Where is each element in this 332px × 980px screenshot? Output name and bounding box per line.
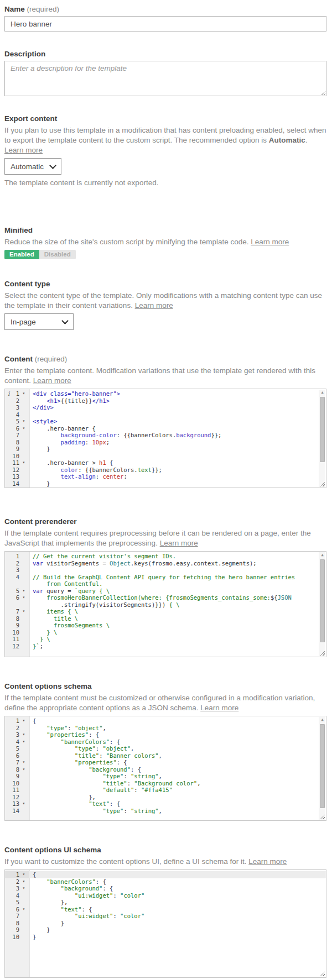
gutter-cell — [5, 601, 29, 609]
code-lines: 1▾{2▾ "bannerColors": {3▾ "background": … — [5, 871, 326, 940]
scrollbar-thumb[interactable] — [320, 397, 325, 462]
code-line: 5 }, — [5, 899, 326, 906]
code-text: } — [29, 934, 36, 941]
resize-grip[interactable] — [320, 971, 325, 976]
line-number: 11 — [5, 636, 19, 643]
fold-arrow-icon[interactable]: ▾ — [19, 390, 28, 397]
content-options-ui-schema-description: If you want to customize the content opt… — [4, 857, 326, 867]
code-line: 6▾ "text": { — [5, 906, 326, 913]
fold-arrow-icon[interactable]: ▾ — [19, 885, 28, 892]
line-number: 5 — [5, 899, 19, 906]
scrollbar-up-arrow-icon[interactable]: ▲ — [319, 552, 325, 558]
disabled-button[interactable]: Disabled — [39, 250, 76, 259]
code-text: </div> — [29, 404, 54, 411]
code-line: 2 "type": "object", — [5, 725, 326, 732]
gutter-cell: 7▾ — [5, 759, 29, 766]
scrollbar-up-arrow-icon[interactable]: ▲ — [319, 717, 325, 723]
gutter-cell: 7▾ — [5, 608, 29, 615]
fold-arrow-icon[interactable]: ▾ — [19, 731, 28, 738]
fold-arrow-icon[interactable]: ▾ — [19, 459, 28, 467]
scrollbar-thumb[interactable] — [320, 724, 325, 808]
code-lines: i1▾<div class="hero-banner">2 <h1>{{titl… — [5, 390, 326, 487]
editor-scrollbar[interactable]: ▲ — [319, 552, 325, 656]
code-text: "bannerColors": { — [29, 738, 120, 746]
fold-spacer — [19, 920, 28, 927]
fold-spacer — [19, 574, 28, 581]
code-line: from Contentful. — [5, 580, 326, 588]
code-text: <h1>{{title}}</h1> — [29, 397, 110, 405]
code-line: 7 background-color: {{bannerColors.backg… — [5, 432, 326, 439]
export-content-select[interactable]: Automatic — [4, 158, 61, 175]
fold-arrow-icon[interactable]: ▾ — [19, 588, 28, 595]
fold-arrow-icon[interactable]: ▾ — [19, 906, 28, 913]
line-number: 4 — [5, 574, 19, 581]
line-number: 1 — [5, 717, 19, 725]
editor-scrollbar[interactable]: ▲ — [319, 717, 325, 820]
code-line: 9 "type": "string", — [5, 773, 326, 780]
fold-spacer — [19, 643, 28, 650]
fold-arrow-icon[interactable]: ▾ — [19, 871, 28, 878]
fold-arrow-icon[interactable]: ▾ — [19, 800, 28, 808]
code-line: 5▾<style> — [5, 418, 326, 425]
fold-arrow-icon[interactable]: ▾ — [19, 608, 28, 615]
content-type-select[interactable]: In-page — [4, 313, 74, 330]
line-number: 5 — [5, 745, 19, 752]
fold-arrow-icon[interactable]: ▾ — [19, 738, 28, 746]
line-number: 14 — [5, 480, 19, 488]
name-input[interactable] — [4, 16, 326, 32]
gutter-cell: 7 — [5, 432, 29, 439]
code-text: color: {{bannerColors.text}}; — [29, 467, 162, 474]
code-text: "type": "object", — [29, 725, 106, 732]
fold-spacer — [19, 926, 28, 934]
fold-arrow-icon[interactable]: ▾ — [19, 594, 28, 601]
line-number: 9 — [5, 773, 19, 780]
scrollbar-up-arrow-icon[interactable]: ▲ — [319, 390, 325, 396]
code-text: .hero-banner > h1 { — [29, 459, 113, 467]
content-options-schema-description: If the template content must be customiz… — [4, 693, 326, 713]
export-status-text: The template content is currently not ex… — [4, 178, 326, 188]
template-settings-form: Name (required) Description Export conte… — [0, 0, 332, 980]
code-text: }`; — [29, 643, 43, 650]
minified-description: Reduce the size of the site's custom scr… — [4, 237, 326, 247]
content-options-schema-code-editor[interactable]: 1▾{2 "type": "object",3▾ "properties": {… — [4, 716, 326, 821]
gutter-cell: 13▾ — [5, 800, 29, 808]
code-text: } \ — [29, 629, 57, 636]
learn-more-link[interactable]: Learn more — [160, 539, 198, 547]
fold-spacer — [19, 553, 28, 560]
learn-more-link[interactable]: Learn more — [135, 301, 173, 310]
description-textarea[interactable] — [4, 61, 326, 96]
line-number: 9 — [5, 622, 19, 629]
gutter-cell: 8▾ — [5, 766, 29, 773]
code-text: "properties": { — [29, 731, 99, 738]
fold-arrow-icon[interactable]: ▾ — [19, 425, 28, 432]
enabled-button[interactable]: Enabled — [4, 250, 39, 259]
learn-more-link[interactable]: Learn more — [4, 146, 43, 154]
content-options-ui-schema-code-editor[interactable]: 1▾{2▾ "bannerColors": {3▾ "background": … — [4, 869, 326, 978]
line-number: 10 — [5, 780, 19, 787]
fold-arrow-icon[interactable]: ▾ — [19, 759, 28, 766]
gutter-cell: 1 — [5, 553, 29, 560]
gutter-cell: 14 — [5, 480, 29, 488]
learn-more-link[interactable]: Learn more — [251, 238, 289, 246]
code-text: "background": { — [29, 766, 141, 773]
learn-more-link[interactable]: Learn more — [200, 704, 238, 712]
editor-scrollbar[interactable]: ▲ — [319, 390, 325, 487]
code-text: "type": "string", — [29, 808, 162, 815]
scrollbar-thumb[interactable] — [320, 559, 325, 642]
fold-spacer — [19, 467, 28, 474]
code-text: }, — [29, 899, 68, 906]
code-text: // Get the current visitor's segment IDs… — [29, 553, 176, 560]
fold-arrow-icon[interactable]: ▾ — [19, 766, 28, 773]
content-prerenderer-code-editor[interactable]: 1// Get the current visitor's segment ID… — [4, 551, 326, 657]
learn-more-link[interactable]: Learn more — [33, 376, 71, 385]
fold-arrow-icon[interactable]: ▾ — [19, 717, 28, 725]
fold-spacer — [19, 899, 28, 906]
learn-more-link[interactable]: Learn more — [248, 857, 287, 866]
minified-toggle: EnabledDisabled — [4, 250, 326, 259]
content-code-editor[interactable]: i1▾<div class="hero-banner">2 <h1>{{titl… — [4, 389, 326, 488]
line-number: 13 — [5, 800, 19, 808]
fold-arrow-icon[interactable]: ▾ — [19, 418, 28, 425]
fold-spacer — [19, 580, 28, 588]
gutter-cell: 4▾ — [5, 738, 29, 746]
fold-arrow-icon[interactable]: ▾ — [19, 878, 28, 885]
